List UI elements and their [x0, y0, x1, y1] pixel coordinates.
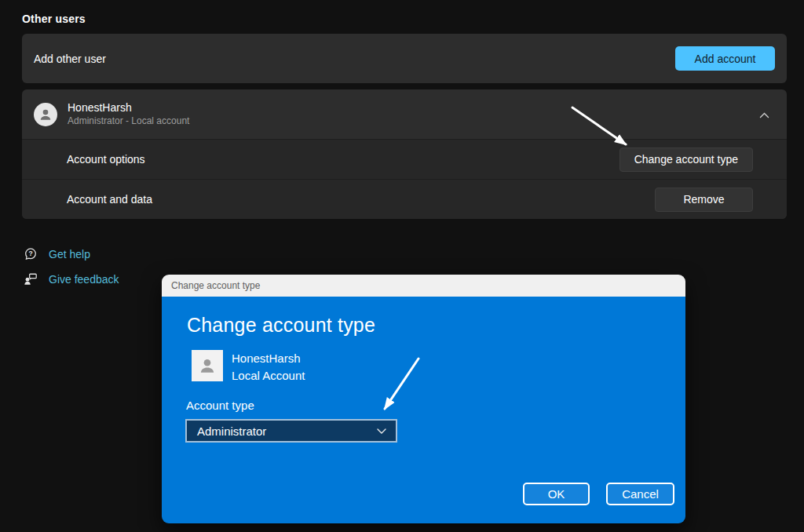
dialog-user-subtitle: Local Account — [232, 368, 305, 384]
cancel-button[interactable]: Cancel — [606, 483, 674, 505]
dialog-titlebar[interactable]: Change account type — [162, 275, 685, 297]
chevron-down-icon — [377, 428, 386, 434]
add-other-user-label: Add other user — [34, 53, 106, 65]
give-feedback-icon — [24, 272, 38, 286]
svg-text:?: ? — [28, 250, 32, 257]
dialog-user-name: HonestHarsh — [232, 351, 305, 366]
other-users-section: Other users Add other user Add account H… — [22, 13, 787, 297]
change-account-type-button[interactable]: Change account type — [619, 148, 753, 172]
person-icon — [38, 107, 53, 122]
section-title: Other users — [22, 13, 787, 25]
ok-button[interactable]: OK — [523, 483, 590, 505]
dialog-title: Change account type — [171, 280, 260, 291]
get-help-link[interactable]: Get help — [49, 248, 90, 261]
person-icon — [197, 355, 217, 376]
account-options-row: Account options Change account type — [22, 139, 787, 179]
dialog-user: HonestHarsh Local Account — [192, 350, 305, 384]
account-type-label: Account type — [186, 399, 254, 412]
dropdown-selected-value: Administrator — [197, 425, 266, 438]
account-type-dropdown[interactable]: Administrator — [185, 419, 397, 443]
change-account-type-dialog: Change account type Change account type … — [162, 275, 685, 523]
get-help-icon: ? — [24, 247, 38, 261]
add-other-user-row: Add other user Add account — [22, 34, 787, 83]
dialog-heading: Change account type — [187, 314, 375, 337]
dialog-body: Change account type HonestHarsh Local Ac… — [162, 297, 685, 523]
user-name: HonestHarsh — [68, 101, 759, 115]
user-header-row[interactable]: HonestHarsh Administrator - Local accoun… — [22, 89, 787, 139]
user-expander-card: HonestHarsh Administrator - Local accoun… — [22, 89, 787, 219]
account-and-data-label: Account and data — [67, 193, 152, 206]
remove-button[interactable]: Remove — [655, 188, 753, 212]
account-and-data-row: Account and data Remove — [22, 179, 787, 219]
account-options-label: Account options — [67, 153, 145, 166]
dialog-buttons: OK Cancel — [523, 483, 674, 505]
add-account-button[interactable]: Add account — [675, 46, 775, 71]
give-feedback-link[interactable]: Give feedback — [49, 273, 119, 286]
dialog-user-avatar — [192, 350, 223, 381]
user-subtitle: Administrator - Local account — [68, 115, 759, 127]
chevron-up-icon[interactable] — [759, 107, 769, 122]
user-avatar — [34, 103, 57, 126]
get-help-row: ? Get help — [22, 246, 787, 262]
